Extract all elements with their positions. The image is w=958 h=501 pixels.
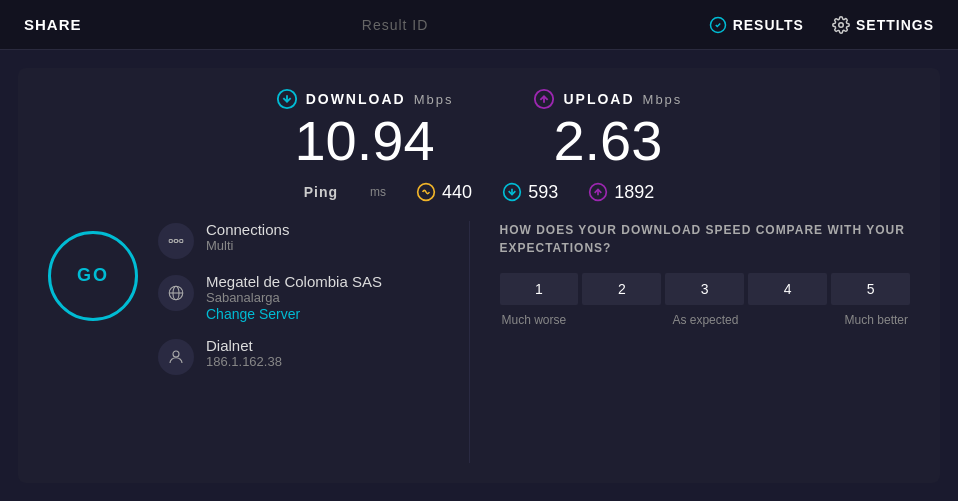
main-panel: DOWNLOAD Mbps 10.94 UPLOAD Mbps 2.63 Pin… <box>18 68 940 483</box>
label-much-worse: Much worse <box>502 313 567 327</box>
svg-point-1 <box>839 22 844 27</box>
upload-arrow-icon <box>533 88 555 110</box>
download-value: 10.94 <box>294 110 434 172</box>
rating-labels: Much worse As expected Much better <box>500 313 911 327</box>
user-text: Dialnet 186.1.162.38 <box>206 337 282 369</box>
right-panel: HOW DOES YOUR DOWNLOAD SPEED COMPARE WIT… <box>480 221 911 463</box>
rating-2-button[interactable]: 2 <box>582 273 661 305</box>
ping-label: Ping <box>304 184 338 200</box>
results-button[interactable]: RESULTS <box>709 16 804 34</box>
topbar-right: RESULTS SETTINGS <box>709 16 934 34</box>
label-much-better: Much better <box>845 313 908 327</box>
connections-text: Connections Multi <box>206 221 289 253</box>
server-text: Megatel de Colombia SAS Sabanalarga Chan… <box>206 273 382 323</box>
rating-row: 1 2 3 4 5 <box>500 273 911 305</box>
user-icon-container <box>158 339 194 375</box>
content-area: GO Connections M <box>48 221 910 463</box>
settings-button[interactable]: SETTINGS <box>832 16 934 34</box>
person-icon <box>167 348 185 366</box>
label-as-expected: As expected <box>672 313 738 327</box>
connections-type: Multi <box>206 238 289 253</box>
ping-down-icon <box>502 182 522 202</box>
rating-5-button[interactable]: 5 <box>831 273 910 305</box>
upload-block: UPLOAD Mbps 2.63 <box>533 88 682 172</box>
go-button[interactable]: GO <box>48 231 138 321</box>
result-id-label: Result ID <box>362 17 429 33</box>
speeds-row: DOWNLOAD Mbps 10.94 UPLOAD Mbps 2.63 <box>48 88 910 172</box>
svg-rect-11 <box>169 239 172 242</box>
settings-label: SETTINGS <box>856 17 934 33</box>
left-panel: GO Connections M <box>48 221 459 463</box>
vertical-divider <box>469 221 470 463</box>
download-arrow-icon <box>276 88 298 110</box>
ping-up: 1892 <box>588 182 654 203</box>
ping-row: Ping ms 440 593 1892 <box>48 182 910 203</box>
results-label: RESULTS <box>733 17 804 33</box>
server-icon-container <box>158 275 194 311</box>
svg-rect-13 <box>180 239 183 242</box>
ping-unit: ms <box>370 185 386 199</box>
rating-4-button[interactable]: 4 <box>748 273 827 305</box>
rating-1-button[interactable]: 1 <box>500 273 579 305</box>
ping-up-icon <box>588 182 608 202</box>
jitter-icon <box>416 182 436 202</box>
svg-rect-12 <box>175 239 178 242</box>
svg-point-19 <box>173 351 179 357</box>
info-list: Connections Multi Megatel de Colo <box>158 221 382 375</box>
download-label: DOWNLOAD Mbps <box>276 88 454 110</box>
change-server-link[interactable]: Change Server <box>206 306 300 322</box>
check-circle-icon <box>709 16 727 34</box>
upload-label: UPLOAD Mbps <box>533 88 682 110</box>
download-block: DOWNLOAD Mbps 10.94 <box>276 88 454 172</box>
topbar: SHARE Result ID RESULTS SETTINGS <box>0 0 958 50</box>
server-name: Megatel de Colombia SAS <box>206 273 382 290</box>
connections-item: Connections Multi <box>158 221 382 259</box>
user-name: Dialnet <box>206 337 282 354</box>
upload-value: 2.63 <box>553 110 662 172</box>
user-ip: 186.1.162.38 <box>206 354 282 369</box>
connections-icon <box>167 232 185 250</box>
connections-label: Connections <box>206 221 289 238</box>
globe-icon <box>167 284 185 302</box>
compare-title: HOW DOES YOUR DOWNLOAD SPEED COMPARE WIT… <box>500 221 911 257</box>
gear-icon <box>832 16 850 34</box>
connections-icon-container <box>158 223 194 259</box>
share-button[interactable]: SHARE <box>24 16 82 33</box>
server-item: Megatel de Colombia SAS Sabanalarga Chan… <box>158 273 382 323</box>
ping-down: 593 <box>502 182 558 203</box>
server-location: Sabanalarga <box>206 290 382 305</box>
ping-jitter: 440 <box>416 182 472 203</box>
rating-3-button[interactable]: 3 <box>665 273 744 305</box>
user-item: Dialnet 186.1.162.38 <box>158 337 382 375</box>
